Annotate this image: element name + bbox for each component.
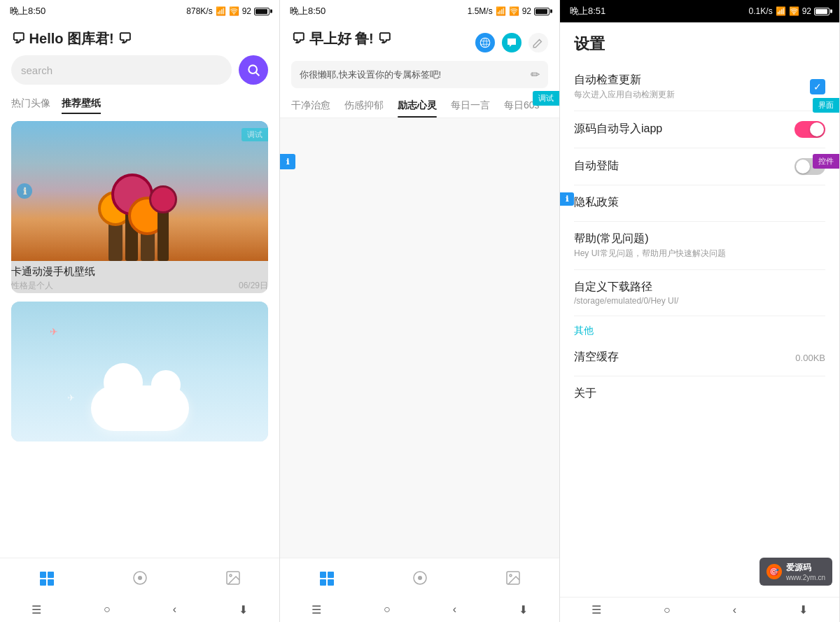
- card-meta-1: 性格是个人 06/29日: [11, 280, 268, 292]
- svg-line-1: [256, 73, 260, 76]
- setting-about[interactable]: 关于: [574, 376, 825, 412]
- checkbox-auto-update[interactable]: ✓: [810, 79, 825, 94]
- wallpaper-nav-icon-1: [38, 570, 55, 586]
- paper-plane-3: ✈: [67, 393, 75, 403]
- menu-btn-2[interactable]: ☰: [312, 603, 321, 616]
- menu-btn-3[interactable]: ☰: [592, 603, 601, 616]
- tab-recommended-wallpaper[interactable]: 推荐壁纸: [62, 97, 101, 114]
- info-badge-2: ℹ: [280, 154, 295, 169]
- setting-clear-cache[interactable]: 清空缓存 0.00KB: [574, 340, 825, 376]
- nav-music-1[interactable]: [123, 567, 157, 589]
- wallpaper-card-2[interactable]: ✈ ✈ ✈: [11, 302, 268, 441]
- download-btn-3[interactable]: ⬇: [799, 603, 808, 616]
- icon-edit[interactable]: [528, 33, 548, 52]
- home-btn-1[interactable]: ○: [104, 603, 111, 616]
- setting-left-help: 帮助(常见问题) Hey UI常见问题，帮助用户快速解决问题: [574, 232, 825, 260]
- search-bar[interactable]: search: [11, 55, 232, 85]
- setting-auto-import: 源码自动导入iapp: [574, 111, 825, 148]
- setting-privacy[interactable]: 隐私政策: [574, 185, 825, 222]
- greeting-prefix-1: 🗩: [11, 31, 25, 46]
- back-btn-2[interactable]: ‹: [453, 603, 456, 616]
- setting-title-auto-update: 自动检查更新: [574, 73, 810, 87]
- nav-wallpaper-2[interactable]: [310, 567, 344, 589]
- category-tabs-1: 热门头像 推荐壁纸: [0, 94, 279, 114]
- nav-music-2[interactable]: [403, 567, 437, 589]
- menu-btn-1[interactable]: ☰: [31, 603, 41, 616]
- setting-title-auto-login: 自动登陆: [574, 159, 794, 174]
- watermark-logo: 🎯: [766, 564, 782, 579]
- setting-auto-login: 自动登陆: [574, 148, 825, 185]
- battery-icon-3: [814, 8, 830, 15]
- edit-icon-header: [532, 36, 545, 49]
- download-btn-1[interactable]: ⬇: [239, 603, 248, 616]
- svg-point-10: [480, 38, 490, 48]
- toggle-thumb-auto-login: [796, 160, 810, 174]
- nav-image-1[interactable]: [216, 567, 250, 589]
- card-author-1: 性格是个人: [11, 280, 53, 292]
- chat-icon: [505, 36, 518, 49]
- system-nav-3: ☰ ○ ‹ ⬇: [560, 597, 839, 622]
- back-btn-1[interactable]: ‹: [173, 603, 176, 616]
- section-other-label: 其他: [574, 316, 825, 340]
- tab-clean[interactable]: 干净治愈: [291, 94, 330, 118]
- tab-motivation[interactable]: 励志心灵: [398, 94, 437, 118]
- panel2-header: 🗩 早上好 鲁! 🗩: [280, 22, 559, 55]
- greeting-text-2: 早上好 鲁!: [309, 31, 374, 46]
- setting-download-path[interactable]: 自定义下载路径 /storage/emulated/0/Hey UI/: [574, 270, 825, 316]
- status-right-2: 1.5M/s 📶 🛜 92: [468, 6, 550, 16]
- icon-chat[interactable]: [502, 33, 522, 52]
- setting-title-download-path: 自定义下载路径: [574, 280, 825, 295]
- wallpaper-card-1[interactable]: 调试 ℹ 卡通动漫手机壁纸 性格是个人 06/29日: [11, 121, 268, 293]
- svg-rect-11: [320, 572, 326, 578]
- search-button[interactable]: [239, 55, 268, 85]
- wallpaper-content: 调试 ℹ 卡通动漫手机壁纸 性格是个人 06/29日 ✈ ✈ ✈: [0, 114, 279, 558]
- back-btn-3[interactable]: ‹: [733, 604, 736, 616]
- globe-icon: [479, 36, 491, 49]
- debug-badge-widget: 控件: [813, 154, 839, 169]
- wifi-icon-1: 🛜: [229, 6, 239, 16]
- system-nav-1: ☰ ○ ‹ ⬇: [0, 597, 279, 622]
- tab-sad[interactable]: 伤感抑郁: [344, 94, 384, 118]
- svg-rect-2: [40, 572, 46, 578]
- home-btn-2[interactable]: ○: [384, 603, 391, 616]
- svg-rect-13: [320, 579, 326, 586]
- battery-label-2: 92: [522, 6, 531, 16]
- edit-icon-notice[interactable]: ✏: [531, 68, 540, 81]
- wallpaper-image-2: ✈ ✈ ✈: [11, 302, 268, 441]
- setting-desc-download-path: /storage/emulated/0/Hey UI/: [574, 296, 825, 306]
- setting-left-auto-import: 源码自动导入iapp: [574, 122, 794, 138]
- svg-point-18: [510, 574, 512, 577]
- icon-globe[interactable]: [475, 33, 495, 52]
- music-nav-icon-1: [132, 570, 148, 586]
- status-bar-3: 晚上8:51 0.1K/s 📶 🛜 92: [560, 0, 839, 22]
- battery-icon-1: [254, 8, 270, 15]
- watermark-name: 爱源码: [786, 562, 825, 574]
- network-speed-3: 0.1K/s: [749, 6, 773, 16]
- wifi-icon-3: 🛜: [789, 6, 799, 16]
- greeting-text-1: Hello 图库君!: [29, 31, 114, 46]
- panel1-header: 🗩 Hello 图库君! 🗩 search: [0, 22, 279, 94]
- watermark-text-block: 爱源码 www.2ym.cn: [786, 562, 825, 581]
- setting-title-about: 关于: [574, 386, 825, 401]
- settings-list: 自动检查更新 每次进入应用自动检测更新 ✓ 源码自动导入iapp 自动登陆: [560, 63, 839, 597]
- setting-left-about: 关于: [574, 386, 825, 402]
- notice-bar: 你很懒耶,快来设置你的专属标签吧! ✏: [291, 61, 548, 88]
- nav-image-2[interactable]: [496, 567, 530, 589]
- home-btn-3[interactable]: ○: [664, 604, 671, 616]
- svg-rect-5: [48, 579, 54, 586]
- setting-left-privacy: 隐私政策: [574, 195, 825, 211]
- setting-title-help: 帮助(常见问题): [574, 232, 825, 246]
- status-right-3: 0.1K/s 📶 🛜 92: [749, 6, 830, 16]
- svg-point-0: [248, 65, 257, 73]
- bottom-nav-1: [0, 558, 279, 597]
- toggle-auto-import[interactable]: [794, 121, 825, 138]
- download-btn-2[interactable]: ⬇: [519, 603, 528, 616]
- tab-hot-avatar[interactable]: 热门头像: [11, 97, 50, 114]
- debug-badge-info: ℹ: [560, 192, 574, 206]
- setting-help[interactable]: 帮助(常见问题) Hey UI常见问题，帮助用户快速解决问题: [574, 222, 825, 270]
- cloud-shape: [91, 386, 189, 431]
- nav-wallpaper-1[interactable]: [30, 567, 64, 589]
- tab-daily-word[interactable]: 每日一言: [451, 94, 490, 118]
- image-nav-icon-1: [225, 570, 241, 586]
- toggle-thumb-auto-import: [810, 122, 824, 136]
